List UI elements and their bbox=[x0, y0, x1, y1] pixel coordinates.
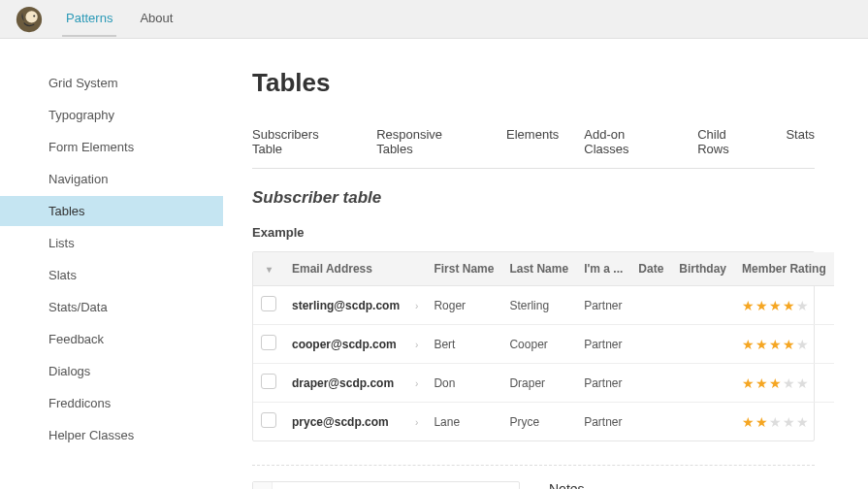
cell-first: Bert bbox=[426, 325, 501, 364]
sidebar-item-slats[interactable]: Slats bbox=[0, 260, 223, 290]
table-row: draper@scdp.com›DonDraperPartner★★★★★ bbox=[253, 364, 834, 403]
tab-add-on-classes[interactable]: Add-on Classes bbox=[584, 127, 672, 156]
code-text: <div class="subscriber-table full-width … bbox=[273, 482, 519, 489]
col-header bbox=[407, 252, 426, 286]
cell-last: Sterling bbox=[501, 286, 576, 325]
row-checkbox[interactable] bbox=[261, 335, 276, 350]
tab-subscribers-table[interactable]: Subscribers Table bbox=[252, 127, 351, 156]
topnav: PatternsAbout bbox=[62, 1, 177, 37]
cell-last: Cooper bbox=[501, 325, 576, 364]
sidebar-item-stats-data[interactable]: Stats/Data bbox=[0, 292, 223, 322]
cell-email[interactable]: draper@scdp.com bbox=[284, 364, 407, 403]
star-icon: ★ bbox=[783, 375, 795, 391]
topnav-item-about[interactable]: About bbox=[136, 1, 177, 37]
star-icon: ★ bbox=[742, 337, 755, 352]
table-row: pryce@scdp.com›LanePrycePartner★★★★★ bbox=[253, 403, 834, 441]
svg-point-1 bbox=[26, 11, 38, 22]
star-icon: ★ bbox=[769, 375, 782, 391]
star-icon: ★ bbox=[769, 414, 782, 430]
cell-first: Lane bbox=[426, 403, 501, 441]
notes: Notes This table helps identify and segm… bbox=[549, 481, 815, 489]
row-checkbox[interactable] bbox=[261, 412, 276, 428]
cell-last: Pryce bbox=[501, 403, 576, 441]
col-header: ▾ bbox=[253, 252, 284, 286]
col-header: Last Name bbox=[501, 252, 576, 286]
col-header: First Name bbox=[426, 252, 501, 286]
cell-birthday bbox=[671, 325, 734, 364]
star-icon: ★ bbox=[769, 298, 782, 313]
sidebar-item-navigation[interactable]: Navigation bbox=[0, 164, 223, 194]
cell-last: Draper bbox=[501, 364, 576, 403]
sidebar-item-grid-system[interactable]: Grid System bbox=[0, 68, 223, 98]
svg-point-2 bbox=[33, 15, 35, 16]
sidebar-item-lists[interactable]: Lists bbox=[0, 228, 223, 258]
cell-date bbox=[630, 325, 671, 364]
star-icon: ★ bbox=[783, 298, 795, 313]
chevron-right-icon[interactable]: › bbox=[415, 340, 418, 350]
topnav-item-patterns[interactable]: Patterns bbox=[62, 1, 116, 37]
star-icon: ★ bbox=[796, 414, 809, 430]
cell-birthday bbox=[671, 364, 734, 403]
sidebar: Grid SystemTypographyForm ElementsNaviga… bbox=[0, 39, 223, 489]
chevron-right-icon[interactable]: › bbox=[415, 417, 418, 428]
page-title: Tables bbox=[252, 68, 815, 98]
star-icon: ★ bbox=[783, 337, 795, 352]
cell-date bbox=[630, 364, 671, 403]
col-header: Birthday bbox=[671, 252, 734, 286]
star-icon: ★ bbox=[796, 375, 809, 391]
tabs: Subscribers TableResponsive TablesElemen… bbox=[252, 127, 815, 169]
star-icon: ★ bbox=[783, 414, 795, 430]
star-icon: ★ bbox=[796, 337, 809, 352]
cell-date bbox=[630, 286, 671, 325]
tab-stats[interactable]: Stats bbox=[786, 127, 815, 156]
row-checkbox[interactable] bbox=[261, 374, 276, 389]
tab-elements[interactable]: Elements bbox=[506, 127, 559, 156]
cell-email[interactable]: pryce@scdp.com bbox=[284, 403, 407, 441]
subscriber-table: ▾Email AddressFirst NameLast NameI'm a .… bbox=[252, 251, 815, 441]
star-icon: ★ bbox=[755, 375, 768, 391]
line-number: 1 bbox=[253, 482, 273, 489]
cell-email[interactable]: cooper@scdp.com bbox=[284, 325, 407, 364]
cell-role: Partner bbox=[576, 325, 630, 364]
section-title: Subscriber table bbox=[252, 188, 815, 208]
cell-email[interactable]: sterling@scdp.com bbox=[284, 286, 407, 325]
cell-first: Don bbox=[426, 364, 501, 403]
star-icon: ★ bbox=[755, 414, 768, 430]
sidebar-item-form-elements[interactable]: Form Elements bbox=[0, 132, 223, 162]
cell-first: Roger bbox=[426, 286, 501, 325]
star-icon: ★ bbox=[755, 337, 768, 352]
cell-rating: ★★★★★ bbox=[734, 325, 834, 364]
cell-role: Partner bbox=[576, 286, 630, 325]
cell-birthday bbox=[671, 286, 734, 325]
cell-rating: ★★★★★ bbox=[734, 286, 834, 325]
sidebar-item-typography[interactable]: Typography bbox=[0, 100, 223, 130]
cell-role: Partner bbox=[576, 403, 630, 441]
chevron-right-icon[interactable]: › bbox=[415, 378, 418, 389]
star-icon: ★ bbox=[742, 375, 755, 391]
example-label: Example bbox=[252, 225, 815, 240]
chevron-right-icon[interactable]: › bbox=[415, 301, 418, 311]
table-row: cooper@scdp.com›BertCooperPartner★★★★★ bbox=[253, 325, 834, 364]
sidebar-item-helper-classes[interactable]: Helper Classes bbox=[0, 420, 223, 450]
star-icon: ★ bbox=[742, 414, 755, 430]
col-header: I'm a ... bbox=[576, 252, 630, 286]
row-checkbox[interactable] bbox=[261, 296, 276, 311]
code-block: 1 <div class="subscriber-table full-widt… bbox=[252, 481, 520, 489]
tab-responsive-tables[interactable]: Responsive Tables bbox=[376, 127, 481, 156]
content: Tables Subscribers TableResponsive Table… bbox=[223, 39, 844, 489]
mailchimp-logo-icon bbox=[16, 6, 43, 33]
col-header: Date bbox=[630, 252, 671, 286]
sidebar-item-feedback[interactable]: Feedback bbox=[0, 324, 223, 354]
cell-date bbox=[630, 403, 671, 441]
topbar: PatternsAbout bbox=[0, 0, 868, 39]
cell-rating: ★★★★★ bbox=[734, 364, 834, 403]
tab-child-rows[interactable]: Child Rows bbox=[697, 127, 760, 156]
sidebar-item-freddicons[interactable]: Freddicons bbox=[0, 388, 223, 418]
sidebar-item-dialogs[interactable]: Dialogs bbox=[0, 356, 223, 386]
star-icon: ★ bbox=[796, 298, 809, 313]
col-header: Email Address bbox=[284, 252, 407, 286]
cell-birthday bbox=[671, 403, 734, 441]
sidebar-item-tables[interactable]: Tables bbox=[0, 196, 223, 226]
col-header: Member Rating bbox=[734, 252, 834, 286]
star-icon: ★ bbox=[769, 337, 782, 352]
